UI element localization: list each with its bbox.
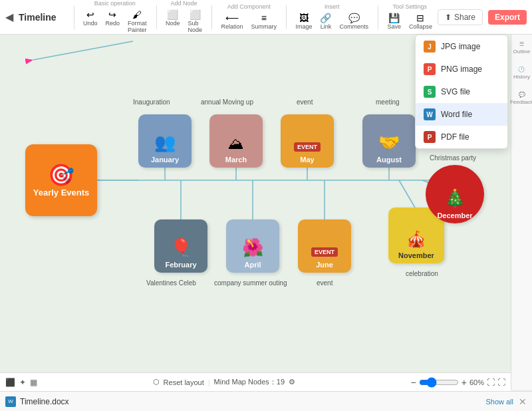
june-label: June bbox=[316, 261, 333, 269]
node-button[interactable]: ⬜Node bbox=[163, 8, 183, 35]
may-node[interactable]: EVENT May bbox=[281, 114, 334, 168]
march-event: annual Moving up bbox=[201, 98, 253, 106]
word-label: Word file bbox=[441, 110, 472, 119]
export-png[interactable]: P PNG image bbox=[416, 58, 507, 80]
april-label: April bbox=[244, 261, 261, 269]
april-node[interactable]: 🌺 April bbox=[226, 219, 279, 273]
jpg-icon: J bbox=[424, 41, 436, 53]
toolbar-group-basic: Basic operation ↩Undo ↪Redo 🖌Format Pain… bbox=[80, 0, 150, 35]
separator: | bbox=[208, 378, 210, 386]
png-label: PNG image bbox=[441, 65, 482, 74]
group-label-add-node: Add Node bbox=[170, 0, 197, 7]
february-label: February bbox=[165, 261, 196, 269]
august-node[interactable]: 🤝 August bbox=[362, 114, 416, 168]
grid-icon[interactable]: ▦ bbox=[30, 378, 37, 387]
march-icon: ⛰ bbox=[228, 134, 244, 153]
february-node[interactable]: 🎈 February bbox=[154, 219, 207, 273]
sidebar-history[interactable]: 🕐 History bbox=[513, 65, 530, 80]
group-label-insert: Insert bbox=[325, 3, 340, 10]
sidebar-outline[interactable]: ☰ Outline bbox=[513, 40, 530, 55]
group-label-basic: Basic operation bbox=[94, 0, 136, 7]
link-button[interactable]: 🔗Link bbox=[317, 11, 334, 31]
june-node[interactable]: EVENT June bbox=[298, 219, 351, 273]
toolbar-group-add-node: Add Node ⬜Node ⬜Sub Node bbox=[163, 0, 205, 35]
undo-button[interactable]: ↩Undo bbox=[80, 8, 100, 35]
sidebar-feedback[interactable]: 💬 Feedback bbox=[510, 90, 532, 105]
august-label: August bbox=[376, 156, 402, 164]
zoom-slider[interactable] bbox=[419, 377, 459, 388]
may-label: May bbox=[300, 156, 314, 164]
zoom-out-btn[interactable]: − bbox=[411, 377, 416, 388]
tool-settings-items: 💾Save ⊟Collapse bbox=[384, 11, 435, 31]
svg-icon: S bbox=[424, 86, 436, 98]
reset-layout-btn[interactable]: Reset layout bbox=[164, 378, 204, 386]
back-button[interactable]: ◀ bbox=[5, 11, 13, 23]
march-label: March bbox=[225, 156, 247, 164]
fullscreen-icon[interactable]: ⛶ bbox=[497, 378, 505, 387]
image-button[interactable]: 🖼Image bbox=[293, 11, 315, 31]
group-label-add-component: Add Component bbox=[227, 3, 271, 10]
dot-icon[interactable]: ⚙ bbox=[289, 378, 295, 386]
december-event: Christmas party bbox=[430, 154, 476, 162]
save-button[interactable]: 💾Save bbox=[384, 11, 404, 31]
redo-button[interactable]: ↪Redo bbox=[103, 8, 123, 35]
add-node-items: ⬜Node ⬜Sub Node bbox=[163, 8, 205, 35]
march-node[interactable]: ⛰ March bbox=[209, 114, 263, 168]
june-event-badge: EVENT bbox=[311, 247, 338, 257]
history-label: History bbox=[513, 74, 530, 80]
comments-button[interactable]: 💬Comments bbox=[336, 11, 371, 31]
toolbar-group-insert: Insert 🖼Image 🔗Link 💬Comments bbox=[293, 3, 371, 31]
add-component-items: ⟵Relation ≡Summary bbox=[218, 11, 279, 31]
january-event: Inauguration bbox=[133, 98, 170, 106]
layers-icon[interactable]: ⬛ bbox=[5, 378, 15, 387]
file-word-icon: W bbox=[5, 396, 16, 407]
share-icon: ⬆ bbox=[445, 13, 452, 22]
file-bar-close-btn[interactable]: ✕ bbox=[519, 396, 527, 407]
outline-icon: ☰ bbox=[519, 41, 524, 47]
november-icon: 🎪 bbox=[406, 230, 426, 249]
export-label: Export bbox=[495, 13, 520, 22]
january-node[interactable]: 👥 January bbox=[138, 114, 192, 168]
fit-screen-icon[interactable]: ⛶ bbox=[487, 378, 495, 387]
summary-button[interactable]: ≡Summary bbox=[248, 11, 279, 31]
export-button[interactable]: Export bbox=[488, 10, 527, 25]
share-button[interactable]: ⬆ Share bbox=[438, 9, 483, 25]
pdf-icon: P bbox=[424, 131, 436, 143]
insert-items: 🖼Image 🔗Link 💬Comments bbox=[293, 11, 371, 31]
star-icon[interactable]: ✦ bbox=[19, 378, 26, 387]
collapse-button[interactable]: ⊟Collapse bbox=[406, 11, 435, 31]
show-all-btn[interactable]: Show all bbox=[485, 398, 513, 406]
relation-button[interactable]: ⟵Relation bbox=[218, 11, 245, 31]
pdf-label: PDF file bbox=[441, 132, 469, 142]
export-word[interactable]: W Word file bbox=[416, 103, 507, 126]
february-icon: 🎈 bbox=[170, 237, 192, 258]
basic-op-items: ↩Undo ↪Redo 🖌Format Painter bbox=[80, 8, 150, 35]
format-painter-button[interactable]: 🖌Format Painter bbox=[125, 8, 150, 35]
yearly-events-node[interactable]: 🎯 Yearly Events bbox=[25, 144, 97, 216]
sub-node-button[interactable]: ⬜Sub Node bbox=[186, 8, 205, 35]
zoom-control: − + 60% ⛶ ⛶ bbox=[411, 377, 505, 388]
file-item[interactable]: W Timeline.docx bbox=[5, 396, 69, 407]
status-center: ⬡ Reset layout | Mind Map Nodes：19 ⚙ bbox=[153, 377, 295, 387]
may-event: event bbox=[297, 98, 313, 106]
export-svg[interactable]: S SVG file bbox=[416, 80, 507, 103]
app-title: Timeline bbox=[19, 12, 57, 23]
november-event: celebration bbox=[406, 270, 438, 277]
toolbar-group-tool-settings: Tool Settings 💾Save ⊟Collapse bbox=[384, 3, 435, 31]
yearly-events-label: Yearly Events bbox=[29, 188, 94, 199]
export-pdf[interactable]: P PDF file bbox=[416, 126, 507, 148]
december-node[interactable]: 🎄 December bbox=[426, 165, 484, 223]
history-icon: 🕐 bbox=[518, 67, 525, 72]
right-sidebar: ☰ Outline 🕐 History 💬 Feedback bbox=[511, 35, 532, 390]
zoom-in-btn[interactable]: + bbox=[462, 377, 467, 388]
january-icon: 👥 bbox=[154, 132, 176, 153]
february-event: Valentines Celeb bbox=[146, 279, 196, 287]
feedback-icon: 💬 bbox=[519, 92, 525, 98]
export-jpg[interactable]: J JPG image bbox=[416, 35, 507, 58]
file-name: Timeline.docx bbox=[20, 397, 69, 406]
svg-line-10 bbox=[399, 180, 415, 207]
zoom-level: 60% bbox=[469, 378, 484, 386]
yearly-events-icon: 🎯 bbox=[48, 162, 74, 188]
november-label: November bbox=[398, 251, 434, 259]
august-event: meeting bbox=[376, 98, 400, 106]
